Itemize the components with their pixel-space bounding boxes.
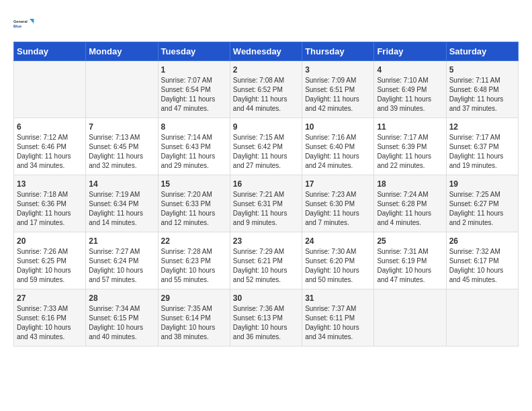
weekday-header: Friday [374, 42, 446, 61]
day-number: 11 [377, 122, 443, 132]
day-number: 12 [449, 122, 515, 132]
calendar-day-cell: 12Sunrise: 7:17 AM Sunset: 6:37 PM Dayli… [446, 118, 518, 175]
weekday-header: Sunday [14, 42, 86, 61]
day-info: Sunrise: 7:12 AM Sunset: 6:46 PM Dayligh… [17, 133, 83, 171]
logo-icon: GeneralBlue [13, 13, 35, 35]
weekday-header: Thursday [302, 42, 374, 61]
day-info: Sunrise: 7:15 AM Sunset: 6:42 PM Dayligh… [233, 133, 299, 171]
day-info: Sunrise: 7:20 AM Sunset: 6:33 PM Dayligh… [161, 190, 227, 228]
day-info: Sunrise: 7:14 AM Sunset: 6:43 PM Dayligh… [161, 133, 227, 171]
day-info: Sunrise: 7:28 AM Sunset: 6:23 PM Dayligh… [161, 247, 227, 285]
calendar-day-cell: 8Sunrise: 7:14 AM Sunset: 6:43 PM Daylig… [158, 118, 230, 175]
day-info: Sunrise: 7:26 AM Sunset: 6:25 PM Dayligh… [17, 247, 83, 285]
day-number: 10 [305, 122, 371, 132]
day-info: Sunrise: 7:25 AM Sunset: 6:27 PM Dayligh… [449, 190, 515, 228]
svg-marker-2 [30, 19, 34, 24]
day-number: 28 [89, 293, 154, 303]
day-number: 13 [17, 179, 83, 189]
svg-text:General: General [13, 19, 28, 24]
calendar-day-cell [14, 61, 86, 118]
calendar-body: 1Sunrise: 7:07 AM Sunset: 6:54 PM Daylig… [14, 61, 519, 347]
svg-text:Blue: Blue [13, 24, 21, 28]
page-header: GeneralBlue [13, 13, 519, 35]
calendar-day-cell: 2Sunrise: 7:08 AM Sunset: 6:52 PM Daylig… [230, 61, 302, 118]
day-number: 6 [17, 122, 83, 132]
logo: GeneralBlue [13, 13, 35, 35]
day-number: 4 [377, 65, 443, 75]
day-info: Sunrise: 7:09 AM Sunset: 6:51 PM Dayligh… [305, 76, 371, 113]
calendar-day-cell: 15Sunrise: 7:20 AM Sunset: 6:33 PM Dayli… [158, 175, 230, 232]
calendar-day-cell: 11Sunrise: 7:17 AM Sunset: 6:39 PM Dayli… [374, 118, 446, 175]
calendar-day-cell: 23Sunrise: 7:29 AM Sunset: 6:21 PM Dayli… [230, 232, 302, 289]
calendar-day-cell: 18Sunrise: 7:24 AM Sunset: 6:28 PM Dayli… [374, 175, 446, 232]
day-number: 7 [89, 122, 154, 132]
day-info: Sunrise: 7:35 AM Sunset: 6:14 PM Dayligh… [161, 304, 227, 342]
calendar-day-cell: 14Sunrise: 7:19 AM Sunset: 6:34 PM Dayli… [86, 175, 158, 232]
calendar-header-row: SundayMondayTuesdayWednesdayThursdayFrid… [14, 42, 519, 61]
weekday-header: Saturday [446, 42, 518, 61]
calendar-day-cell: 6Sunrise: 7:12 AM Sunset: 6:46 PM Daylig… [14, 118, 86, 175]
day-number: 19 [449, 179, 515, 189]
day-number: 26 [449, 236, 515, 246]
day-info: Sunrise: 7:36 AM Sunset: 6:13 PM Dayligh… [233, 304, 299, 342]
calendar-day-cell: 24Sunrise: 7:30 AM Sunset: 6:20 PM Dayli… [302, 232, 374, 289]
calendar-week-row: 1Sunrise: 7:07 AM Sunset: 6:54 PM Daylig… [14, 61, 519, 118]
calendar-day-cell: 29Sunrise: 7:35 AM Sunset: 6:14 PM Dayli… [158, 289, 230, 347]
day-info: Sunrise: 7:10 AM Sunset: 6:49 PM Dayligh… [377, 76, 443, 113]
calendar-day-cell: 25Sunrise: 7:31 AM Sunset: 6:19 PM Dayli… [374, 232, 446, 289]
calendar-day-cell: 16Sunrise: 7:21 AM Sunset: 6:31 PM Dayli… [230, 175, 302, 232]
day-number: 16 [233, 179, 299, 189]
day-number: 25 [377, 236, 443, 246]
calendar-day-cell: 9Sunrise: 7:15 AM Sunset: 6:42 PM Daylig… [230, 118, 302, 175]
day-number: 1 [161, 65, 227, 75]
calendar-day-cell: 27Sunrise: 7:33 AM Sunset: 6:16 PM Dayli… [14, 289, 86, 347]
day-info: Sunrise: 7:34 AM Sunset: 6:15 PM Dayligh… [89, 304, 154, 342]
day-info: Sunrise: 7:21 AM Sunset: 6:31 PM Dayligh… [233, 190, 299, 228]
calendar-day-cell [446, 289, 518, 347]
calendar-day-cell [374, 289, 446, 347]
calendar-day-cell: 22Sunrise: 7:28 AM Sunset: 6:23 PM Dayli… [158, 232, 230, 289]
calendar-day-cell: 5Sunrise: 7:11 AM Sunset: 6:48 PM Daylig… [446, 61, 518, 118]
day-number: 17 [305, 179, 371, 189]
day-info: Sunrise: 7:11 AM Sunset: 6:48 PM Dayligh… [449, 76, 515, 113]
calendar-day-cell: 10Sunrise: 7:16 AM Sunset: 6:40 PM Dayli… [302, 118, 374, 175]
day-info: Sunrise: 7:29 AM Sunset: 6:21 PM Dayligh… [233, 247, 299, 285]
day-number: 18 [377, 179, 443, 189]
calendar-day-cell [86, 61, 158, 118]
day-number: 30 [233, 293, 299, 303]
calendar-day-cell: 17Sunrise: 7:23 AM Sunset: 6:30 PM Dayli… [302, 175, 374, 232]
day-info: Sunrise: 7:18 AM Sunset: 6:36 PM Dayligh… [17, 190, 83, 228]
day-info: Sunrise: 7:23 AM Sunset: 6:30 PM Dayligh… [305, 190, 371, 228]
calendar-day-cell: 4Sunrise: 7:10 AM Sunset: 6:49 PM Daylig… [374, 61, 446, 118]
day-number: 24 [305, 236, 371, 246]
day-number: 15 [161, 179, 227, 189]
day-number: 27 [17, 293, 83, 303]
calendar-week-row: 27Sunrise: 7:33 AM Sunset: 6:16 PM Dayli… [14, 289, 519, 347]
calendar-table: SundayMondayTuesdayWednesdayThursdayFrid… [13, 42, 519, 347]
day-number: 2 [233, 65, 299, 75]
calendar-day-cell: 19Sunrise: 7:25 AM Sunset: 6:27 PM Dayli… [446, 175, 518, 232]
calendar-day-cell: 20Sunrise: 7:26 AM Sunset: 6:25 PM Dayli… [14, 232, 86, 289]
day-number: 14 [89, 179, 154, 189]
day-number: 5 [449, 65, 515, 75]
calendar-day-cell: 31Sunrise: 7:37 AM Sunset: 6:11 PM Dayli… [302, 289, 374, 347]
calendar-day-cell: 21Sunrise: 7:27 AM Sunset: 6:24 PM Dayli… [86, 232, 158, 289]
day-info: Sunrise: 7:32 AM Sunset: 6:17 PM Dayligh… [449, 247, 515, 285]
calendar-day-cell: 7Sunrise: 7:13 AM Sunset: 6:45 PM Daylig… [86, 118, 158, 175]
calendar-day-cell: 28Sunrise: 7:34 AM Sunset: 6:15 PM Dayli… [86, 289, 158, 347]
day-info: Sunrise: 7:31 AM Sunset: 6:19 PM Dayligh… [377, 247, 443, 285]
day-info: Sunrise: 7:30 AM Sunset: 6:20 PM Dayligh… [305, 247, 371, 285]
calendar-day-cell: 3Sunrise: 7:09 AM Sunset: 6:51 PM Daylig… [302, 61, 374, 118]
calendar-week-row: 13Sunrise: 7:18 AM Sunset: 6:36 PM Dayli… [14, 175, 519, 232]
day-number: 21 [89, 236, 154, 246]
calendar-day-cell: 30Sunrise: 7:36 AM Sunset: 6:13 PM Dayli… [230, 289, 302, 347]
weekday-header: Tuesday [158, 42, 230, 61]
day-number: 31 [305, 293, 371, 303]
day-number: 20 [17, 236, 83, 246]
day-info: Sunrise: 7:17 AM Sunset: 6:39 PM Dayligh… [377, 133, 443, 171]
day-info: Sunrise: 7:13 AM Sunset: 6:45 PM Dayligh… [89, 133, 154, 171]
day-info: Sunrise: 7:17 AM Sunset: 6:37 PM Dayligh… [449, 133, 515, 171]
day-number: 9 [233, 122, 299, 132]
day-info: Sunrise: 7:16 AM Sunset: 6:40 PM Dayligh… [305, 133, 371, 171]
calendar-day-cell: 1Sunrise: 7:07 AM Sunset: 6:54 PM Daylig… [158, 61, 230, 118]
